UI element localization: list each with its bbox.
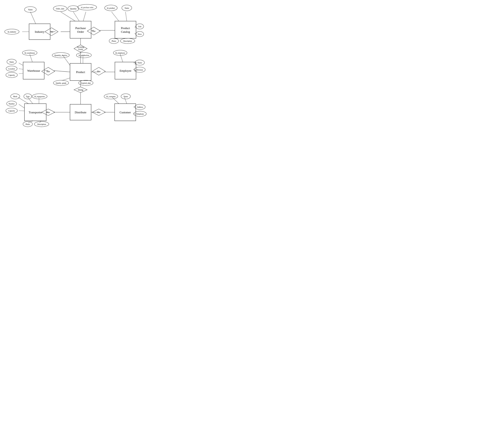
er-diagram: Industry Purchase Order Product Catalog … (0, 0, 148, 132)
relation-incoming-goods-label: Incoming (77, 46, 84, 48)
attr-number-label: Number (9, 103, 15, 105)
svg-line-30 (19, 73, 23, 74)
svg-line-39 (28, 97, 33, 104)
entity-distribute-label: Distribute (75, 111, 86, 114)
attr-id-product-label: Id_product (107, 7, 115, 9)
relation-has6-label: Has (97, 111, 100, 113)
svg-line-16 (30, 12, 36, 24)
relation-has2-label: Has (92, 30, 96, 32)
attr-price-label: Price (138, 33, 142, 35)
entity-product-catalog (115, 21, 136, 38)
attr-merk-label: Merk (13, 95, 17, 97)
attr-name-warehouse-label: Name (9, 61, 14, 63)
svg-line-33 (62, 78, 70, 81)
attr-capacity-warehouse-label: Capacity (8, 74, 15, 76)
entity-customer-label: Customer (120, 111, 131, 114)
attr-division-label: Division (137, 69, 143, 71)
entity-product-catalog-label2: Catalog (121, 30, 130, 33)
relation-has5-label: Has (47, 111, 50, 113)
entity-purchase-order-label2: Order (77, 30, 84, 33)
svg-line-7 (54, 71, 70, 72)
entity-employee-label: Employee (120, 69, 131, 72)
svg-line-38 (18, 97, 28, 104)
attr-id-transporter-label: Id_transporter (34, 95, 45, 97)
relation-incoming-goods-label2: Goods (78, 48, 83, 50)
svg-line-43 (28, 121, 33, 123)
attr-photo-product-catalog-label: Photo (112, 40, 116, 42)
attr-description-product-catalog-label: Description (123, 40, 132, 42)
attr-capacity-transporter-label: Capacity (8, 110, 15, 112)
entity-industry-label: Industry (35, 30, 44, 33)
svg-line-31 (62, 55, 70, 65)
svg-line-46 (124, 97, 127, 104)
svg-line-18 (73, 12, 79, 21)
entity-product-label: Product (76, 70, 85, 74)
svg-line-28 (19, 63, 23, 65)
attr-address-label: Address (137, 106, 143, 108)
attr-unit-label: Unit (138, 26, 141, 27)
attr-id-customer-label: Id_customer (106, 95, 116, 97)
attr-name-product-catalog-label: Name (124, 7, 129, 9)
entity-transporter-label: Transporter (29, 111, 42, 114)
attr-type-label: Type (26, 95, 29, 97)
entity-purchase-order (70, 21, 91, 38)
attr-name-employee-label: Name (138, 62, 142, 64)
attr-id-warehouse-label: Id_warehouse (25, 52, 35, 54)
svg-line-44 (40, 121, 41, 123)
attr-id-employee-label: Id_employee (115, 52, 125, 54)
relation-has3-label: Has (47, 70, 50, 72)
attr-order-date-label: Order_date (56, 8, 64, 10)
attr-quantity-receive-label: Quantity_receive (55, 54, 67, 56)
attr-id-purchase-order-label: Id_purchase order (81, 6, 94, 8)
svg-line-29 (19, 69, 23, 69)
attr-description-transporter-label: Description (37, 123, 46, 125)
relation-doing-label: Doing (78, 89, 83, 91)
entity-warehouse-label: Warehouse (27, 69, 40, 72)
attr-id-industry-label: Id_industry (8, 31, 16, 33)
attr-name-customer-label: Name (124, 95, 128, 97)
attr-quality-grade-label: Quality_grade (56, 82, 66, 84)
relation-has4-label: Has (97, 70, 100, 72)
entity-product-catalog-label: Product (121, 27, 130, 30)
svg-line-41 (19, 104, 25, 108)
entity-purchase-order-label: Purchase (75, 27, 86, 30)
svg-line-21 (125, 12, 127, 21)
svg-line-19 (83, 12, 86, 21)
svg-line-42 (19, 111, 25, 111)
attr-quantity-label: Quantity (70, 8, 77, 10)
attr-location-label: Location (8, 68, 15, 70)
relation-has1-label: Has (50, 31, 53, 33)
attr-telephone-label: Telephone (136, 113, 144, 115)
attr-photo-transporter-label: Photo (26, 123, 30, 125)
attr-id-production-label: Id_production (79, 54, 89, 56)
svg-line-20 (112, 12, 119, 21)
svg-line-17 (61, 12, 75, 21)
attr-expired-date-label: Expired_date (81, 82, 91, 84)
attr-name-industry-label: Name (28, 9, 32, 11)
